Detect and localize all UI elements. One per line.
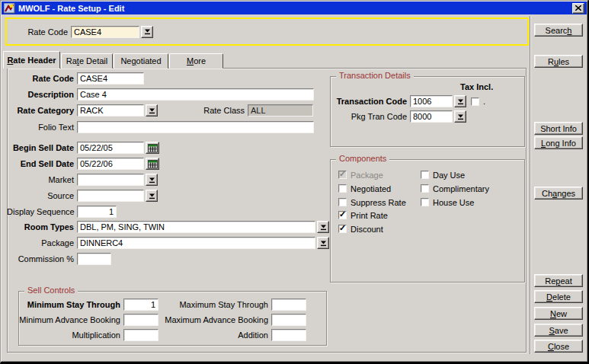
- begin-sell-date-label: Begin Sell Date: [7, 143, 74, 152]
- side-panel-divider: [530, 16, 531, 354]
- package-lov-button[interactable]: [317, 237, 329, 249]
- room-types-field[interactable]: [77, 221, 315, 233]
- display-sequence-field[interactable]: [77, 206, 117, 218]
- min-stay-field[interactable]: [123, 299, 158, 311]
- window-title: MWOLF - Rate Setup - Edit: [18, 4, 572, 13]
- room-types-label: Room Types: [7, 222, 74, 231]
- tab-more[interactable]: More: [169, 53, 223, 69]
- package-row: Package: [7, 237, 329, 249]
- components-group: Components Package Negotiated Suppress R…: [330, 159, 525, 283]
- suppress-rate-checkbox[interactable]: [338, 198, 347, 206]
- lov-arrow-icon: [457, 113, 464, 120]
- addition-field[interactable]: [271, 329, 306, 341]
- negotiated-checkbox[interactable]: [338, 184, 347, 193]
- tab-bar: Rate Header Rate Detail Negotiated More: [3, 51, 224, 69]
- new-button[interactable]: New: [534, 307, 583, 320]
- mult-add-row: Multiplication Addition: [19, 329, 306, 341]
- package-field[interactable]: [77, 237, 315, 249]
- begin-sell-date-field[interactable]: [77, 142, 144, 154]
- min-adv-field[interactable]: [123, 314, 158, 326]
- market-field[interactable]: [77, 174, 144, 186]
- tab-rate-detail[interactable]: Rate Detail: [61, 53, 113, 69]
- print-rate-checkbox[interactable]: [338, 211, 347, 219]
- package-checkbox[interactable]: [338, 171, 347, 179]
- advance-booking-row: Minimum Advance Booking Maximum Advance …: [19, 314, 306, 326]
- begin-sell-date-row: Begin Sell Date: [7, 142, 159, 154]
- repeat-button[interactable]: Repeat: [534, 274, 583, 287]
- max-stay-label: Maximum Stay Through: [158, 300, 268, 309]
- description-field[interactable]: [77, 88, 314, 101]
- titlebar: MWOLF - Rate Setup - Edit: [2, 2, 587, 14]
- close-window-button[interactable]: Close: [534, 340, 583, 353]
- rate-category-label: Rate Category: [7, 106, 74, 115]
- folio-text-field[interactable]: [77, 121, 314, 133]
- source-row: Source: [7, 190, 158, 202]
- rate-class-field: [248, 104, 313, 117]
- lov-arrow-icon: [149, 193, 155, 200]
- package-label: Package: [7, 238, 74, 247]
- delete-button[interactable]: Delete: [534, 290, 583, 303]
- changes-button[interactable]: Changes: [534, 187, 583, 200]
- close-button[interactable]: [572, 3, 584, 14]
- end-sell-date-row: End Sell Date: [7, 158, 159, 170]
- rate-code-field[interactable]: [77, 72, 144, 85]
- max-adv-field[interactable]: [271, 314, 306, 326]
- pkg-tran-code-lov-button[interactable]: [454, 110, 466, 123]
- multiplication-label: Multiplication: [19, 330, 120, 340]
- checkbox-complimentary: Complimentary: [421, 184, 489, 193]
- rate-code-search-input[interactable]: [71, 26, 139, 38]
- market-label: Market: [7, 175, 74, 184]
- rules-button[interactable]: Rules: [534, 55, 583, 68]
- rate-code-field-label: Rate Code: [7, 74, 74, 83]
- checkbox-day-use: Day Use: [421, 170, 465, 180]
- calendar-icon: [148, 144, 158, 152]
- checkbox-house-use: House Use: [421, 197, 474, 207]
- rate-category-field[interactable]: [77, 104, 144, 117]
- checkbox-suppress-rate: Suppress Rate: [338, 197, 406, 207]
- rate-code-panel: Rate Code: [5, 18, 529, 46]
- rate-code-lov-button[interactable]: [141, 26, 153, 38]
- house-use-checkbox[interactable]: [421, 198, 429, 206]
- save-button[interactable]: Save: [534, 324, 583, 337]
- discount-checkbox[interactable]: [338, 225, 347, 233]
- market-lov-button[interactable]: [146, 174, 158, 186]
- folio-text-label: Folio Text: [7, 123, 74, 132]
- lov-arrow-icon: [320, 240, 327, 247]
- room-types-row: Room Types: [7, 221, 329, 233]
- checkbox-negotiated: Negotiated: [338, 184, 391, 193]
- room-types-lov-button[interactable]: [317, 221, 329, 233]
- lov-arrow-icon: [149, 177, 155, 184]
- complimentary-checkbox[interactable]: [421, 184, 429, 193]
- transaction-code-field[interactable]: [410, 95, 453, 107]
- begin-sell-date-calendar-button[interactable]: [146, 142, 159, 154]
- transaction-code-lov-button[interactable]: [454, 95, 466, 107]
- lov-arrow-icon: [149, 107, 155, 114]
- tax-incl-checkbox[interactable]: [471, 97, 479, 106]
- calendar-icon: [148, 160, 158, 168]
- pkg-tran-code-field[interactable]: [410, 110, 453, 123]
- checkbox-print-rate: Print Rate: [338, 210, 388, 220]
- source-lov-button[interactable]: [146, 190, 158, 202]
- source-label: Source: [7, 191, 74, 200]
- end-sell-date-field[interactable]: [77, 158, 144, 170]
- display-sequence-row: Display Sequence: [7, 206, 117, 218]
- description-row: Description: [7, 88, 314, 101]
- end-sell-date-calendar-button[interactable]: [146, 158, 159, 170]
- rate-category-lov-button[interactable]: [146, 104, 158, 117]
- rate-class-label: Rate Class: [158, 106, 245, 115]
- search-button[interactable]: Search: [534, 24, 583, 37]
- max-stay-field[interactable]: [271, 299, 306, 311]
- max-adv-label: Maximum Advance Booking: [158, 315, 268, 324]
- multiplication-field[interactable]: [123, 329, 158, 341]
- day-use-checkbox[interactable]: [421, 171, 429, 179]
- sell-controls-title: Sell Controls: [24, 286, 78, 295]
- pkg-tran-code-label: Pkg Tran Code: [331, 112, 407, 121]
- long-info-button[interactable]: Long Info: [534, 136, 583, 149]
- tab-negotiated[interactable]: Negotiated: [114, 53, 168, 69]
- transaction-code-row: Transaction Code .: [331, 95, 485, 107]
- rate-category-row: Rate Category Rate Class: [7, 104, 313, 117]
- tab-rate-header[interactable]: Rate Header: [3, 51, 60, 69]
- source-field[interactable]: [77, 190, 144, 202]
- commission-field[interactable]: [77, 253, 111, 265]
- short-info-button[interactable]: Short Info: [534, 122, 583, 135]
